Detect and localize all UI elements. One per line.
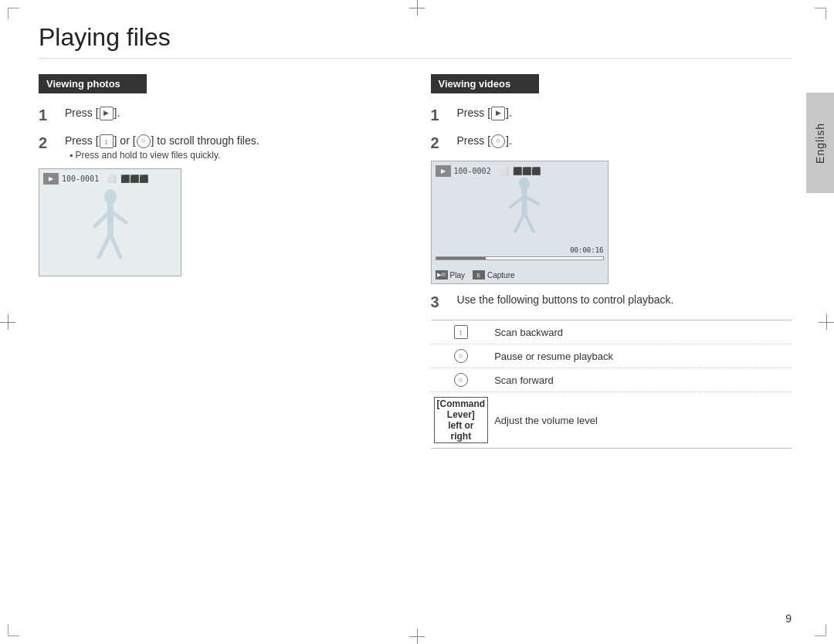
corner-mark-tl <box>8 8 19 19</box>
photos-step-1: 1 Press []. <box>39 105 400 125</box>
control-desc-pause-resume: Pause or resume playback <box>491 344 792 368</box>
svg-line-4 <box>99 234 110 257</box>
scan-fwd-icon <box>454 373 468 387</box>
crosshair-top <box>409 0 425 15</box>
video-progress-bar <box>436 256 604 260</box>
page-title: Playing files <box>39 23 792 59</box>
viewing-videos-header: Viewing videos <box>431 74 539 93</box>
play-icon <box>100 107 114 120</box>
play-pause-icon: ▶/II <box>436 270 448 280</box>
photos-step1-num: 1 <box>39 105 60 125</box>
preview-filename: 100-0001 ⬜ ⬛⬛⬛ <box>62 175 148 183</box>
page-number: 9 <box>785 612 792 625</box>
control-table: Scan backward Pause or resume playback S… <box>431 320 792 449</box>
language-tab-label: English <box>814 123 826 164</box>
corner-mark-br <box>815 625 826 636</box>
control-row-scan-fwd: Scan forward <box>431 368 792 392</box>
videos-step-2: 2 Press []. <box>431 133 792 153</box>
crosshair-left <box>0 314 15 330</box>
dial-icon <box>137 134 151 148</box>
photo-preview-box: ▶ 100-0001 ⬜ ⬛⬛⬛ <box>39 168 181 276</box>
photos-step2-text: Press [] or [] to scroll through files. <box>65 133 259 149</box>
control-icon-scan-back <box>431 320 492 344</box>
videos-step3-num: 3 <box>431 292 453 312</box>
video-preview-box: ▶ 100-0002 ⬜ ⬛⬛⬛ <box>431 161 609 284</box>
svg-line-11 <box>524 213 534 232</box>
preview-header: ▶ 100-0001 ⬜ ⬛⬛⬛ <box>43 173 177 185</box>
svg-line-5 <box>110 234 120 257</box>
preview-figure <box>83 188 137 268</box>
viewing-videos-section: Viewing videos 1 Press []. 2 Press []. ▶ <box>431 74 792 449</box>
capture-control: E Capture <box>473 270 515 280</box>
language-tab: English <box>806 93 834 193</box>
video-progress-fill <box>436 257 486 259</box>
video-preview-filename: 100-0002 ⬜ ⬛⬛⬛ <box>454 167 541 175</box>
videos-step2-text: Press []. <box>457 133 512 149</box>
photos-step-2: 2 Press [] or [] to scroll through files… <box>39 133 400 161</box>
corner-mark-tr <box>815 8 826 19</box>
preview-play-btn: ▶ <box>43 173 59 185</box>
crosshair-bottom <box>409 629 425 644</box>
capture-label: Capture <box>487 271 515 280</box>
photos-step2-note: Press and hold to view files quickly. <box>70 150 259 161</box>
scan-back-icon <box>454 325 468 339</box>
videos-step1-num: 1 <box>431 105 453 125</box>
main-content: Playing files Viewing photos 1 Press [].… <box>39 23 792 613</box>
control-desc-volume: Adjust the volume level <box>491 392 792 449</box>
play-icon-2 <box>491 107 505 120</box>
corner-mark-bl <box>8 625 19 636</box>
capture-icon: E <box>473 270 485 280</box>
pause-resume-icon <box>454 349 468 363</box>
viewing-photos-section: Viewing photos 1 Press []. 2 Press [] or… <box>39 74 400 449</box>
crosshair-right <box>819 314 834 330</box>
videos-step1-text: Press []. <box>457 105 512 121</box>
control-desc-scan-back: Scan backward <box>491 320 792 344</box>
control-icon-volume: [Command Lever]left or right <box>431 392 492 449</box>
play-pause-control: ▶/II Play <box>436 270 465 280</box>
control-desc-scan-fwd: Scan forward <box>491 368 792 392</box>
viewing-photos-header: Viewing photos <box>39 74 147 93</box>
dial-icon-2 <box>491 134 505 148</box>
video-preview-header: ▶ 100-0002 ⬜ ⬛⬛⬛ <box>436 165 604 177</box>
two-column-layout: Viewing photos 1 Press []. 2 Press [] or… <box>39 74 792 449</box>
videos-step-1: 1 Press []. <box>431 105 792 125</box>
control-icon-pause-resume <box>431 344 492 368</box>
photos-step2-num: 2 <box>39 133 60 153</box>
videos-step-3: 3 Use the following buttons to control p… <box>431 292 792 312</box>
command-lever-label: [Command Lever]left or right <box>434 397 489 443</box>
photos-step1-text: Press []. <box>65 105 120 121</box>
control-row-scan-back: Scan backward <box>431 320 792 344</box>
videos-step2-num: 2 <box>431 133 453 153</box>
videos-step3-text: Use the following buttons to control pla… <box>457 292 674 308</box>
control-row-volume: [Command Lever]left or right Adjust the … <box>431 392 792 449</box>
scroll-icon <box>100 134 114 148</box>
video-figure <box>501 176 548 241</box>
control-row-pause-resume: Pause or resume playback <box>431 344 792 368</box>
video-controls-bar: ▶/II Play E Capture <box>436 270 604 280</box>
svg-line-10 <box>515 213 524 232</box>
control-icon-scan-fwd <box>431 368 492 392</box>
video-preview-play-btn: ▶ <box>436 165 451 177</box>
play-label: Play <box>450 271 465 280</box>
video-time: 00:00:16 <box>570 246 603 254</box>
